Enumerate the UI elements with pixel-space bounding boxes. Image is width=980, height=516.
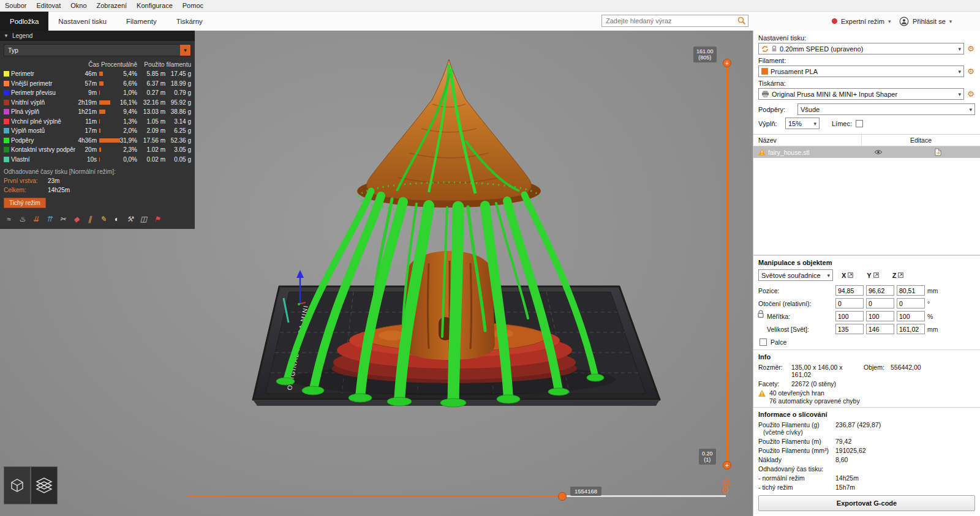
sliced-info-row: Použito Filamentu (g)(včetně cívky) 236,… [758, 421, 975, 436]
menu-item[interactable]: Okno [66, 1, 91, 10]
axis-reset-icon[interactable] [848, 272, 853, 278]
mode-selector[interactable]: Expertní režim ▾ [832, 12, 891, 31]
layer-slider-bottom-tooltip: 0.20(1) [699, 449, 716, 465]
move-slider-handle[interactable] [558, 492, 567, 501]
filament-color-swatch [761, 68, 768, 75]
menu-item[interactable]: Konfigurace [132, 1, 178, 10]
view-type-select[interactable]: Typ ▼ [4, 44, 191, 56]
print-settings-combo[interactable]: 0.20mm SPEED (upraveno) ▾ [758, 43, 964, 54]
feature-color-swatch [4, 109, 9, 114]
chevron-down-icon: ▾ [967, 107, 972, 113]
search-icon[interactable] [737, 17, 746, 25]
brim-checkbox[interactable] [856, 120, 863, 127]
filament-gear-icon[interactable]: ⚙ [967, 67, 975, 76]
edit-object-icon[interactable] [895, 148, 980, 156]
color-changes-icon[interactable]: ◆ [71, 214, 81, 224]
layer-slider-track[interactable] [726, 63, 728, 465]
search-input[interactable] [601, 15, 748, 27]
retractions-icon[interactable]: ⇊ [31, 214, 41, 224]
axis-reset-icon[interactable] [873, 272, 879, 278]
y-input[interactable] [866, 298, 894, 308]
box-icon[interactable]: ◫ [138, 214, 149, 224]
export-gcode-button[interactable]: Exportovat G-code [758, 495, 975, 511]
legend-row[interactable]: Perimetr převisu 9m 1,0% 0.27 m 0.79 g [4, 88, 191, 98]
legend-row[interactable]: Výplň mostů 17m 2,0% 2.09 m 6.25 g [4, 126, 191, 136]
view-3d-button[interactable] [4, 466, 31, 504]
printer-gear-icon[interactable]: ⚙ [967, 89, 975, 99]
size-label: Rozměr: [758, 364, 791, 378]
deretractions-icon[interactable]: ⇈ [44, 214, 55, 224]
x-input[interactable] [835, 298, 864, 308]
right-panel: Nastavení tisku: 0.20mm SPEED (upraveno)… [753, 31, 980, 516]
tab[interactable]: Nastavení tisku [48, 12, 116, 31]
x-input[interactable] [835, 285, 864, 296]
legend-row[interactable]: Podpěry 4h36m 31,9% 17.56 m 52.36 g [4, 136, 191, 146]
z-input[interactable] [897, 285, 925, 296]
manipulation-row: Pozice: mm [758, 284, 975, 297]
y-input[interactable] [866, 324, 894, 334]
x-input[interactable] [835, 324, 864, 334]
uniform-scale-lock-icon[interactable] [757, 310, 764, 318]
x-input[interactable] [835, 311, 864, 321]
percent-bar [99, 129, 100, 133]
pause-prints-icon[interactable]: ∥ [85, 214, 95, 224]
warning-icon [758, 149, 766, 155]
slider-settings-gear-icon[interactable]: ⚙ [721, 485, 729, 496]
coordinates-combo[interactable]: Světové souřadnice ▾ [758, 269, 833, 281]
menu-item[interactable]: Zobrazení [92, 1, 132, 10]
legend-row[interactable]: Vnější perimetr 57m 6,6% 6.37 m 18.99 g [4, 79, 191, 89]
legend-row[interactable]: Vnitřní výplň 2h19m 16,1% 32.16 m 95.92 … [4, 98, 191, 108]
manipulation-row: Otočení (relativní): ° [758, 297, 975, 310]
print-settings-label: Nastavení tisku: [758, 34, 975, 42]
legend-row[interactable]: Kontaktní vrstvy podpěr 20m 2,3% 1.02 m … [4, 145, 191, 155]
object-manipulation-section: Manipulace s objektem Světové souřadnice… [753, 255, 980, 350]
z-input[interactable] [897, 298, 925, 308]
mode-label: Expertní režim [841, 18, 884, 25]
shells-icon[interactable]: ◐ [111, 214, 122, 224]
inches-checkbox[interactable] [760, 338, 767, 346]
feature-color-swatch [4, 147, 9, 152]
travels-icon[interactable]: ≈ [4, 214, 14, 224]
menu-item[interactable]: Soubor [0, 1, 31, 10]
login-button[interactable]: Přihlásit se ▾ [899, 12, 952, 31]
warning-line-2: 76 automaticky opravené chyby [769, 397, 860, 405]
legend-row[interactable]: Perimetr 46m 5,4% 5.85 m 17.45 g [4, 69, 191, 79]
supports-combo[interactable]: Všude ▾ [797, 103, 975, 115]
size-value: 135,00 x 146,00 x 161,02 [791, 364, 864, 378]
wipe-icon[interactable]: ♨ [17, 214, 28, 224]
prusaslicer-window: SouborEditovatOknoZobrazeníKonfiguracePo… [0, 0, 980, 516]
legend-row[interactable]: Vrchní plné výplně 11m 1,3% 1.05 m 3.14 … [4, 117, 191, 127]
axis-reset-icon[interactable] [898, 272, 903, 278]
sliced-info-row: Odhadovaný čas tisku: [758, 465, 975, 473]
viewport-3d[interactable]: ORIGINAL PRUSA MINI [0, 31, 753, 516]
print-settings-gear-icon[interactable]: ⚙ [967, 44, 975, 53]
tab[interactable]: Tiskárny [167, 12, 213, 31]
legend-row[interactable]: Plná výplň 1h21m 9,4% 13.03 m 38.86 g [4, 107, 191, 117]
tool-changes-icon[interactable]: ⚒ [125, 214, 135, 224]
eye-icon[interactable] [861, 149, 895, 155]
legend-collapse-header[interactable]: ▼ Legend [0, 31, 195, 41]
menu-item[interactable]: Pomoc [178, 1, 208, 10]
legend-row[interactable]: Vlastní 10s 0,0% 0.02 m 0.05 g [4, 155, 191, 165]
y-input[interactable] [866, 311, 894, 321]
menu-item[interactable]: Editovat [31, 1, 66, 10]
cube-3d-icon [8, 476, 26, 495]
tab[interactable]: Filamenty [116, 12, 167, 31]
filament-combo[interactable]: Prusament PLA ▾ [758, 65, 964, 77]
object-row[interactable]: fairy_house.stl [753, 146, 980, 158]
y-input[interactable] [866, 285, 894, 296]
infill-combo[interactable]: 15% ▾ [785, 118, 820, 129]
layer-slider-lower-handle[interactable]: + [723, 461, 731, 469]
printer-label: Tiskárna: [758, 80, 975, 87]
printer-combo[interactable]: Original Prusa MINI & MINI+ Input Shaper… [758, 88, 964, 100]
z-input[interactable] [897, 311, 925, 321]
view-layers-button[interactable] [31, 466, 58, 504]
custom-gcode-icon[interactable]: ✎ [98, 214, 108, 224]
tab[interactable]: Podložka [0, 12, 48, 31]
seams-icon[interactable]: ✂ [58, 214, 68, 224]
move-slider-track-filled[interactable] [187, 495, 562, 497]
stealth-mode-button[interactable]: Tichý režim [4, 198, 46, 208]
layer-slider-upper-handle[interactable]: + [723, 59, 731, 67]
legend-pin-icon[interactable]: ⚑ [152, 214, 162, 224]
z-input[interactable] [897, 324, 925, 334]
